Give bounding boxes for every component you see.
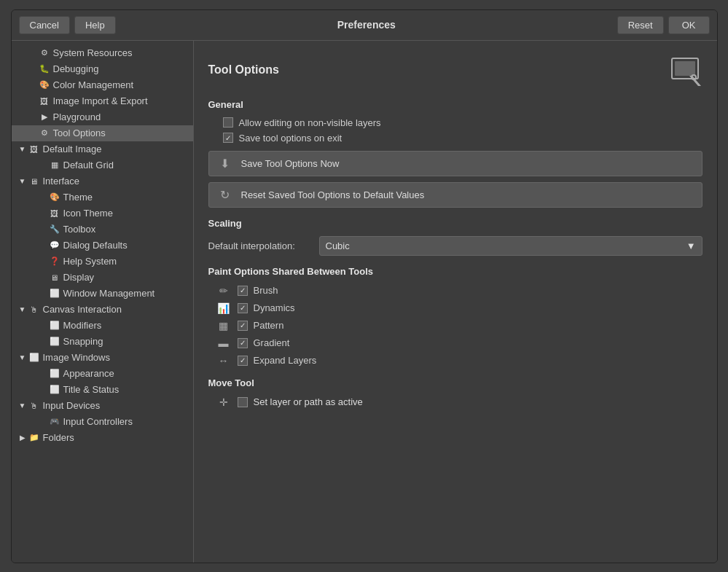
sidebar-label: Tool Options — [53, 128, 106, 138]
reset-saved-label: Reset Saved Tool Options to Default Valu… — [241, 189, 425, 200]
ok-button[interactable]: OK — [668, 16, 710, 34]
default-image-icon: 🖼 — [28, 144, 41, 155]
preferences-dialog: Cancel Help Preferences Reset OK ⚙ Syste… — [11, 9, 718, 563]
gradient-row: ▬ Gradient — [208, 337, 702, 350]
default-grid-icon: ▦ — [48, 160, 61, 171]
allow-editing-row: Allow editing on non-visible layers — [208, 117, 702, 128]
sidebar-item-image-windows[interactable]: ▼ ⬜ Image Windows — [12, 350, 193, 366]
canvas-interaction-icon: 🖱 — [28, 304, 41, 316]
scaling-section-title: Scaling — [208, 218, 702, 229]
sidebar-label: Snapping — [63, 336, 103, 347]
collapse-icon: ▼ — [17, 145, 28, 153]
interpolation-select[interactable]: Cubic ▼ — [319, 236, 702, 256]
reset-button[interactable]: Reset — [617, 16, 664, 34]
sidebar: ⚙ System Resources 🐛 Debugging 🎨 Color M… — [12, 41, 194, 563]
display-icon: 🖥 — [48, 272, 61, 283]
help-button[interactable]: Help — [74, 16, 116, 34]
general-section-title: General — [208, 99, 702, 110]
set-layer-active-checkbox[interactable] — [238, 397, 248, 407]
move-tool-section-title: Move Tool — [208, 377, 702, 388]
debugging-icon: 🐛 — [38, 63, 51, 75]
sidebar-item-playground[interactable]: ▶ Playground — [12, 109, 193, 125]
brush-label: Brush — [254, 285, 278, 296]
sidebar-item-default-image[interactable]: ▼ 🖼 Default Image — [12, 141, 193, 157]
allow-editing-label: Allow editing on non-visible layers — [239, 117, 381, 128]
sidebar-item-modifiers[interactable]: ⬜ Modifiers — [12, 318, 193, 334]
sidebar-item-tool-options[interactable]: ⚙ Tool Options — [12, 125, 193, 141]
brush-row: ✏ Brush — [208, 284, 702, 297]
sidebar-item-folders[interactable]: ▶ 📁 Folders — [12, 430, 193, 446]
sidebar-label: Title & Status — [63, 384, 120, 395]
sidebar-item-system-resources[interactable]: ⚙ System Resources — [12, 45, 193, 61]
sidebar-item-default-grid[interactable]: ▦ Default Grid — [12, 157, 193, 173]
reset-saved-button[interactable]: ↻ Reset Saved Tool Options to Default Va… — [208, 182, 702, 208]
gradient-label: Gradient — [254, 337, 290, 348]
sidebar-item-interface[interactable]: ▼ 🖥 Interface — [12, 173, 193, 189]
sidebar-item-display[interactable]: 🖥 Display — [12, 270, 193, 286]
dynamics-label: Dynamics — [254, 302, 295, 313]
pattern-tool-icon: ▦ — [216, 319, 232, 332]
sidebar-item-theme[interactable]: 🎨 Theme — [12, 189, 193, 205]
paint-options-section-title: Paint Options Shared Between Tools — [208, 266, 702, 277]
expand-icon: ▶ — [17, 434, 28, 442]
sidebar-item-input-controllers[interactable]: 🎮 Input Controllers — [12, 414, 193, 430]
titlebar-right-buttons: Reset OK — [617, 16, 710, 34]
sidebar-item-canvas-interaction[interactable]: ▼ 🖱 Canvas Interaction — [12, 302, 193, 318]
sidebar-item-appearance[interactable]: ⬜ Appearance — [12, 366, 193, 382]
input-devices-icon: 🖱 — [28, 400, 41, 412]
sidebar-item-color-management[interactable]: 🎨 Color Management — [12, 77, 193, 93]
sidebar-item-title-status[interactable]: ⬜ Title & Status — [12, 382, 193, 398]
sidebar-label: Interface — [43, 176, 80, 187]
sidebar-item-snapping[interactable]: ⬜ Snapping — [12, 334, 193, 350]
icon-theme-icon: 🖼 — [48, 208, 61, 219]
main-content: ⚙ System Resources 🐛 Debugging 🎨 Color M… — [12, 41, 717, 563]
sidebar-item-toolbox[interactable]: 🔧 Toolbox — [12, 222, 193, 238]
sidebar-item-image-import-export[interactable]: 🖼 Image Import & Export — [12, 93, 193, 109]
panel-header: Tool Options — [208, 52, 702, 87]
collapse-icon: ▼ — [17, 177, 28, 185]
interpolation-label: Default interpolation: — [208, 240, 310, 251]
pattern-label: Pattern — [254, 320, 284, 331]
pattern-row: ▦ Pattern — [208, 319, 702, 332]
brush-tool-icon: ✏ — [216, 284, 232, 297]
dynamics-checkbox[interactable] — [238, 303, 248, 313]
help-system-icon: ❓ — [48, 256, 61, 267]
tool-options-svg-icon — [669, 54, 701, 86]
sidebar-label: Appearance — [63, 368, 114, 379]
save-tool-options-row: Save tool options on exit — [208, 133, 702, 144]
sidebar-label: Image Windows — [43, 352, 110, 363]
gradient-tool-icon: ▬ — [216, 337, 232, 350]
pattern-checkbox[interactable] — [238, 321, 248, 331]
sidebar-item-window-management[interactable]: ⬜ Window Management — [12, 286, 193, 302]
expand-layers-tool-icon: ↔ — [216, 354, 232, 367]
sidebar-label: Help System — [63, 256, 117, 267]
sidebar-label: Input Controllers — [63, 416, 133, 427]
save-now-label: Save Tool Options Now — [241, 158, 340, 169]
titlebar: Cancel Help Preferences Reset OK — [12, 10, 717, 41]
gradient-checkbox[interactable] — [238, 338, 248, 348]
sidebar-item-debugging[interactable]: 🐛 Debugging — [12, 61, 193, 77]
snapping-icon: ⬜ — [48, 336, 61, 348]
expand-layers-checkbox[interactable] — [238, 356, 248, 366]
panel-title: Tool Options — [208, 63, 668, 77]
title-status-icon: ⬜ — [48, 384, 61, 396]
collapse-icon: ▼ — [17, 305, 28, 313]
sidebar-item-input-devices[interactable]: ▼ 🖱 Input Devices — [12, 398, 193, 414]
expand-layers-label: Expand Layers — [254, 355, 317, 366]
dropdown-arrow-icon: ▼ — [686, 240, 696, 251]
save-tool-options-label: Save tool options on exit — [239, 133, 343, 144]
theme-icon: 🎨 — [48, 192, 61, 203]
toolbox-icon: 🔧 — [48, 224, 61, 235]
sidebar-label: Canvas Interaction — [43, 304, 122, 315]
sidebar-item-icon-theme[interactable]: 🖼 Icon Theme — [12, 205, 193, 222]
brush-checkbox[interactable] — [238, 286, 248, 296]
cancel-button[interactable]: Cancel — [19, 16, 70, 34]
allow-editing-checkbox[interactable] — [223, 117, 233, 128]
collapse-icon: ▼ — [17, 401, 28, 410]
save-now-button[interactable]: ⬇ Save Tool Options Now — [208, 151, 702, 176]
sidebar-label: Toolbox — [63, 224, 96, 235]
sidebar-item-help-system[interactable]: ❓ Help System — [12, 254, 193, 270]
sidebar-item-dialog-defaults[interactable]: 💬 Dialog Defaults — [12, 238, 193, 254]
save-tool-options-checkbox[interactable] — [223, 133, 233, 143]
image-import-export-icon: 🖼 — [38, 95, 51, 107]
